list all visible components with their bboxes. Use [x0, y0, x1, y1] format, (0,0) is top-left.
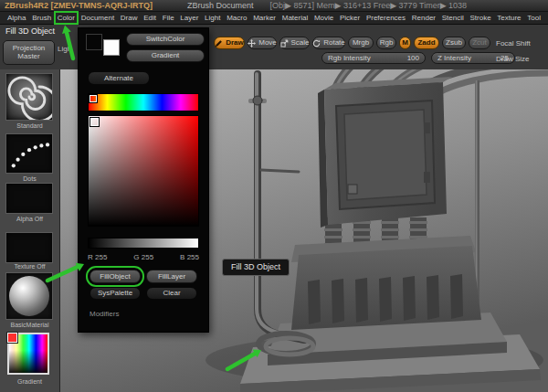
rgb-intensity-slider[interactable]: Rgb Intensity 100 — [321, 52, 426, 64]
scale-icon — [280, 39, 289, 48]
material-label: BasicMaterial — [0, 322, 59, 328]
stroke-label: Dots — [0, 175, 59, 182]
clear-button[interactable]: Clear — [146, 287, 197, 300]
menu-item-marker[interactable]: Marker — [251, 13, 278, 23]
alpha-thumbnail[interactable] — [5, 183, 53, 214]
hue-cursor — [90, 95, 97, 102]
hint-text: Fill 3D Object — [5, 26, 55, 36]
rgb-readout: R 255 G 255 B 255 — [88, 253, 199, 261]
canvas-tooltip: Fill 3D Object — [222, 259, 290, 276]
mrgb-button[interactable]: Mrgb — [348, 37, 374, 49]
menu-item-render[interactable]: Render — [410, 13, 437, 23]
switch-color-button[interactable]: SwitchColor — [126, 33, 205, 46]
value-bar[interactable] — [88, 238, 199, 249]
zsub-button[interactable]: Zsub — [442, 37, 466, 49]
focal-shift-slider[interactable]: Focal Shift — [496, 39, 531, 48]
sys-palette-button[interactable]: SysPalette — [90, 287, 141, 300]
menu-item-stencil[interactable]: Stencil — [440, 13, 466, 23]
main-color-swatch[interactable] — [86, 34, 102, 50]
menu-item-stroke[interactable]: Stroke — [468, 13, 492, 23]
gradient-label: Gradient — [0, 378, 59, 385]
session-stats: [Obj▶ 8571] Mem▶ 316+13 Free▶ 3779 Timer… — [270, 1, 468, 10]
menu-item-alpha[interactable]: Alpha — [5, 13, 27, 23]
brush-label: Standard — [0, 122, 59, 129]
document-title: ZBrush Document — [187, 1, 254, 10]
menu-item-preferences[interactable]: Preferences — [364, 13, 407, 23]
title-bar: ZBrush4R2 [ZMEV-TMNS-AQRJ-IRTQ] ZBrush D… — [0, 0, 548, 12]
menu-item-document[interactable]: Document — [79, 13, 116, 23]
menu-item-file[interactable]: File — [161, 13, 176, 23]
texture-label: Texture Off — [0, 263, 59, 270]
color-picker-thumbnail[interactable] — [7, 333, 49, 375]
material-thumbnail[interactable] — [5, 272, 53, 320]
menu-item-brush[interactable]: Brush — [30, 13, 53, 23]
rgb-button[interactable]: Rgb — [376, 37, 396, 49]
menu-item-picker[interactable]: Picker — [338, 13, 362, 23]
app-title: ZBrush4R2 [ZMEV-TMNS-AQRJ-IRTQ] — [5, 1, 153, 10]
r-slider[interactable]: R 255 — [88, 253, 107, 261]
rotate-mode-button[interactable]: Rotate — [312, 37, 345, 49]
pen-icon — [215, 39, 223, 48]
menu-item-layer[interactable]: Layer — [178, 13, 200, 23]
menu-bar: Alpha Brush Color Document Draw Edit Fil… — [0, 12, 548, 25]
current-color-swatch — [7, 333, 17, 343]
pedestal-housing — [291, 236, 481, 330]
brush-thumbnail[interactable] — [5, 73, 53, 121]
b-slider[interactable]: B 255 — [180, 253, 199, 261]
menu-item-color[interactable]: Color — [56, 13, 77, 23]
hue-strip[interactable] — [88, 93, 199, 111]
menu-item-texture[interactable]: Texture — [495, 13, 522, 23]
lightbox-button-partial[interactable]: Ligh — [58, 45, 71, 53]
menu-item-material[interactable]: Material — [280, 13, 310, 23]
alpha-label: Alpha Off — [0, 216, 59, 222]
scale-mode-button[interactable]: Scale — [279, 37, 310, 49]
rotate-icon — [312, 39, 321, 48]
fill-object-button[interactable]: FillObject — [90, 270, 141, 283]
fill-layer-button[interactable]: FillLayer — [146, 270, 197, 283]
control-box — [318, 77, 452, 228]
stroke-thumbnail[interactable] — [5, 133, 53, 174]
zbrush-window: ZBrush4R2 [ZMEV-TMNS-AQRJ-IRTQ] ZBrush D… — [0, 0, 548, 392]
saturation-value-picker[interactable] — [88, 115, 199, 227]
texture-thumbnail[interactable] — [5, 232, 53, 263]
zcut-button[interactable]: Zcut — [469, 37, 490, 49]
dots-icon — [6, 134, 52, 173]
draw-size-slider[interactable]: Draw Size — [496, 55, 529, 63]
menu-item-edit[interactable]: Edit — [142, 13, 158, 23]
color-palette-panel: SwitchColor Gradient Alternate R 255 G 2… — [78, 27, 209, 333]
spiral-icon — [6, 74, 52, 120]
g-slider[interactable]: G 255 — [133, 253, 153, 261]
menu-item-movie[interactable]: Movie — [312, 13, 335, 23]
secondary-color-swatch[interactable] — [103, 39, 120, 56]
draw-mode-button[interactable]: Draw — [214, 37, 245, 49]
sv-cursor — [90, 118, 99, 126]
menu-item-macro[interactable]: Macro — [225, 13, 248, 23]
move-mode-button[interactable]: Move — [248, 37, 277, 49]
tool-tray: Standard Dots Alpha Off Texture Off Basi… — [0, 69, 60, 392]
alternate-button[interactable]: Alternate — [88, 71, 150, 85]
move-icon — [248, 39, 256, 48]
gradient-button[interactable]: Gradient — [126, 49, 205, 62]
material-sphere-icon — [9, 276, 49, 316]
projection-master-button[interactable]: Projection Master — [3, 40, 55, 65]
menu-item-tool[interactable]: Tool — [525, 13, 543, 23]
modifiers-section-label[interactable]: Modifiers — [90, 310, 119, 318]
zadd-button[interactable]: Zadd — [414, 37, 439, 49]
menu-item-light[interactable]: Light — [203, 13, 222, 23]
m-button[interactable]: M — [399, 37, 411, 49]
menu-item-draw[interactable]: Draw — [119, 13, 140, 23]
